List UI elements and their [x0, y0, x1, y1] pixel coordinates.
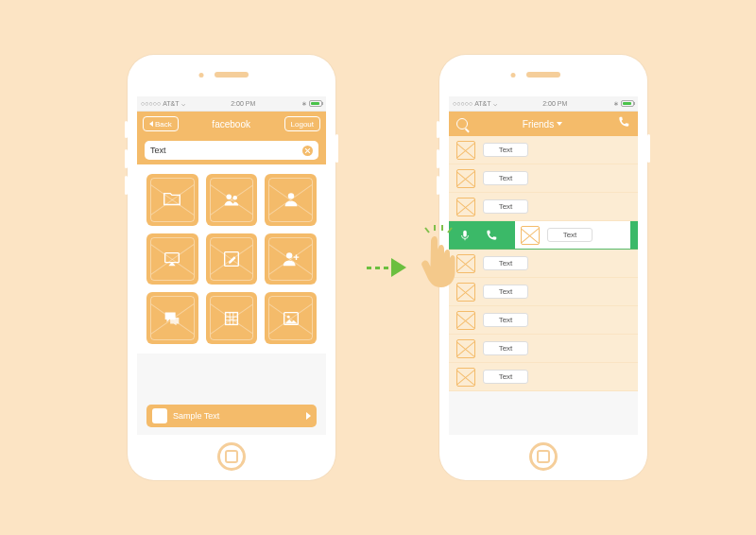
tile-group[interactable] [206, 174, 258, 226]
clock: 2:00 PM [542, 100, 567, 107]
mute-switch [125, 121, 128, 138]
volume-up [437, 149, 439, 168]
screen-right: ○○○○○ AT&T ⌵ 2:00 PM ∗ Friends TextTextT… [449, 96, 638, 435]
row-button[interactable]: Text [483, 370, 528, 384]
power-button [335, 134, 338, 163]
carrier-label: AT&T [474, 100, 490, 107]
row-button[interactable]: Text [483, 171, 528, 185]
clear-icon[interactable] [302, 146, 313, 156]
avatar-placeholder [456, 169, 475, 188]
search-value: Text [150, 146, 166, 155]
wifi-icon: ⌵ [493, 100, 497, 108]
list-item[interactable]: Text [449, 335, 638, 363]
avatar-placeholder [521, 226, 540, 245]
clock: 2:00 PM [231, 100, 255, 107]
volume-down [437, 176, 439, 195]
swipe-hand-icon [414, 225, 463, 291]
volume-down [125, 176, 128, 195]
list-item[interactable]: Text [449, 278, 638, 306]
page-title[interactable]: Friends [468, 119, 617, 129]
list-item[interactable]: Text [449, 193, 638, 221]
tile-chat[interactable] [146, 292, 198, 344]
signal-dots: ○○○○○ [453, 100, 472, 107]
status-bar: ○○○○○ AT&T ⌵ 2:00 PM ∗ [449, 96, 638, 112]
list-item[interactable]: Text [449, 136, 638, 164]
front-camera [199, 73, 204, 78]
chevron-left-icon [149, 121, 153, 127]
avatar-placeholder [456, 368, 475, 387]
bottom-label: Sample Text [173, 411, 219, 421]
tile-grid[interactable] [206, 292, 258, 344]
call-icon[interactable] [617, 115, 630, 132]
list-item[interactable]: Text [449, 164, 638, 193]
tile-picture[interactable] [265, 292, 317, 344]
search-row: Text [137, 136, 326, 164]
front-camera [511, 73, 516, 78]
bluetooth-icon: ∗ [613, 100, 619, 108]
back-button[interactable]: Back [143, 116, 179, 131]
phone-frame-left: ○○○○○ AT&T ⌵ 2:00 PM ∗ Back facebook Log… [128, 55, 335, 480]
wifi-icon: ⌵ [181, 100, 185, 108]
home-button[interactable] [529, 442, 558, 471]
avatar-placeholder [456, 141, 475, 160]
bluetooth-icon: ∗ [301, 100, 307, 108]
tile-person[interactable] [265, 174, 317, 226]
battery-icon [309, 100, 322, 107]
call-icon[interactable] [485, 229, 498, 242]
home-button[interactable] [217, 442, 246, 471]
row-button[interactable]: Text [483, 313, 528, 327]
list-item[interactable]: Text [449, 306, 638, 335]
status-bar: ○○○○○ AT&T ⌵ 2:00 PM ∗ [137, 96, 326, 112]
power-button [647, 134, 650, 163]
list-item[interactable]: Text [449, 363, 638, 391]
tile-edit[interactable] [206, 233, 258, 285]
list-item[interactable]: Text [449, 221, 638, 250]
nav-bar: Back facebook Logout [137, 112, 326, 136]
transition-arrow [367, 258, 406, 277]
avatar-placeholder [456, 311, 475, 330]
row-button[interactable]: Text [483, 143, 528, 157]
mute-switch [437, 121, 439, 138]
volume-up [125, 149, 128, 168]
avatar-placeholder [456, 198, 475, 216]
bottom-thumb [152, 408, 167, 423]
page-title: facebook [184, 119, 279, 129]
earpiece [215, 72, 249, 78]
logout-label: Logout [291, 120, 314, 129]
back-label: Back [155, 120, 172, 129]
row-button[interactable]: Text [483, 341, 528, 355]
svg-rect-9 [463, 230, 467, 236]
tile-folder[interactable] [146, 174, 198, 226]
search-icon[interactable] [456, 118, 468, 129]
row-button[interactable]: Text [483, 199, 528, 214]
battery-icon [621, 100, 634, 107]
row-button[interactable]: Text [483, 256, 528, 270]
logout-button[interactable]: Logout [284, 116, 320, 131]
row-button[interactable]: Text [547, 228, 593, 242]
signal-dots: ○○○○○ [141, 100, 161, 107]
nav-bar: Friends [449, 112, 638, 136]
search-input[interactable]: Text [145, 141, 318, 160]
tile-airplay[interactable] [146, 233, 198, 285]
bottom-bar[interactable]: Sample Text [146, 405, 317, 427]
phone-frame-right: ○○○○○ AT&T ⌵ 2:00 PM ∗ Friends TextTextT… [439, 55, 647, 480]
screen-left: ○○○○○ AT&T ⌵ 2:00 PM ∗ Back facebook Log… [137, 96, 326, 435]
earpiece [526, 72, 560, 78]
row-button[interactable]: Text [483, 285, 528, 299]
chevron-right-icon [306, 412, 311, 420]
tile-add-user[interactable] [265, 233, 317, 285]
carrier-label: AT&T [163, 100, 179, 107]
friends-list: TextTextTextTextTextTextTextTextText [449, 136, 638, 391]
chevron-down-icon [557, 122, 562, 126]
avatar-placeholder [456, 339, 475, 358]
list-item[interactable]: Text [449, 250, 638, 278]
app-grid [137, 164, 326, 354]
